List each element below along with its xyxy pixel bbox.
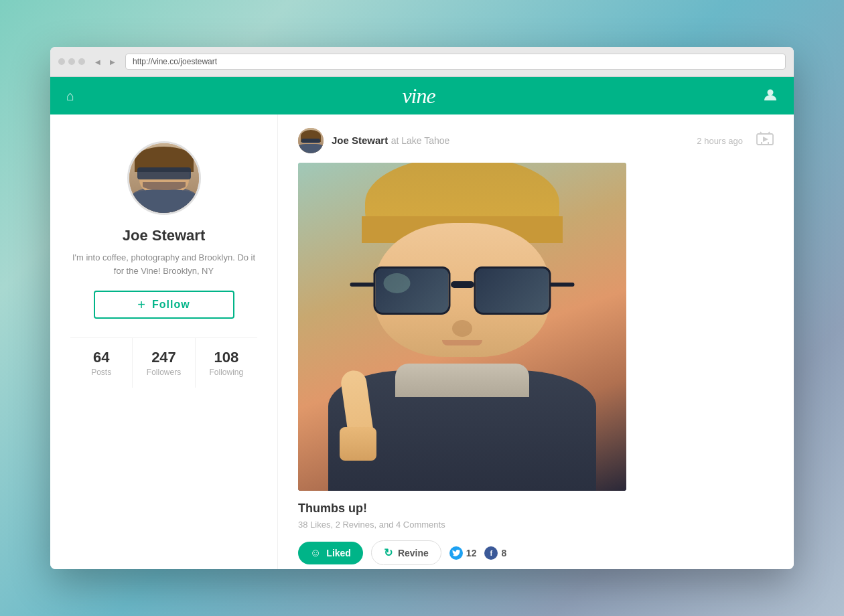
twitter-number: 12 [466, 548, 477, 558]
liked-button[interactable]: ☺ Liked [298, 542, 363, 564]
dot-minimize [68, 58, 75, 65]
sidebar: Joe Stewart I'm into coffee, photography… [50, 114, 278, 569]
post-username[interactable]: Joe Stewart [332, 135, 388, 146]
svg-point-0 [767, 89, 773, 95]
follow-button[interactable]: + Follow [94, 291, 234, 319]
smiley-icon: ☺ [310, 547, 321, 559]
feed-area: Joe Stewart at Lake Tahoe 2 hours ago [278, 114, 794, 569]
vine-header: ⌂ vine [50, 77, 794, 114]
followers-label: Followers [147, 368, 181, 377]
browser-window: ◀ ▶ http://vine.co/joestewart ⌂ vine [50, 47, 794, 569]
post-user-text: Joe Stewart at Lake Tahoe [332, 135, 449, 147]
back-button[interactable]: ◀ [92, 56, 104, 68]
posts-label: Posts [91, 368, 111, 377]
post-photo [298, 163, 626, 491]
browser-nav: ◀ ▶ [92, 56, 119, 68]
follow-button-label: Follow [152, 299, 190, 311]
followers-count: 247 [151, 349, 176, 366]
profile-bio: I'm into coffee, photography and Brookly… [70, 251, 257, 277]
post-location: at Lake Tahoe [391, 135, 450, 146]
svg-marker-7 [763, 137, 768, 142]
post-user-info: Joe Stewart at Lake Tahoe [298, 128, 449, 153]
home-icon[interactable]: ⌂ [66, 88, 74, 104]
profile-name: Joe Stewart [123, 227, 206, 244]
revine-button[interactable]: ↻ Revine [371, 540, 441, 565]
address-bar[interactable]: http://vine.co/joestewart [125, 54, 786, 70]
tv-icon[interactable] [756, 131, 774, 150]
main-content: Joe Stewart I'm into coffee, photography… [50, 114, 794, 569]
twitter-count[interactable]: 12 [449, 546, 477, 560]
following-label: Following [209, 368, 243, 377]
facebook-icon: f [484, 546, 498, 560]
facebook-number: 8 [501, 548, 506, 558]
browser-chrome: ◀ ▶ http://vine.co/joestewart [50, 47, 794, 77]
posts-count: 64 [93, 349, 109, 366]
post-header: Joe Stewart at Lake Tahoe 2 hours ago [298, 128, 774, 153]
following-count: 108 [214, 349, 238, 366]
profile-icon[interactable] [763, 87, 778, 105]
facebook-count[interactable]: f 8 [484, 546, 506, 560]
forward-button[interactable]: ▶ [107, 56, 119, 68]
browser-dots [58, 58, 85, 65]
post-title: Thumbs up! [298, 502, 774, 516]
revine-icon: ↻ [384, 546, 393, 559]
stat-posts[interactable]: 64 Posts [70, 338, 133, 388]
follow-plus-icon: + [137, 298, 145, 311]
post-time: 2 hours ago [697, 136, 743, 146]
post-actions: ☺ Liked ↻ Revine 12 f 8 [298, 540, 774, 565]
post-avatar [298, 128, 324, 153]
post-video[interactable] [298, 163, 626, 491]
twitter-icon [449, 546, 463, 560]
revine-label: Revine [398, 548, 429, 558]
vine-logo: vine [402, 84, 435, 108]
stat-followers[interactable]: 247 Followers [133, 338, 195, 388]
dot-close [58, 58, 65, 65]
liked-label: Liked [326, 548, 351, 558]
stat-following[interactable]: 108 Following [196, 338, 257, 388]
avatar-image [129, 143, 199, 213]
stats-row: 64 Posts 247 Followers 108 Following [70, 337, 257, 388]
post-stats-text: 38 Likes, 2 Revines, and 4 Comments [298, 520, 774, 530]
dot-maximize [78, 58, 85, 65]
avatar [127, 141, 201, 215]
